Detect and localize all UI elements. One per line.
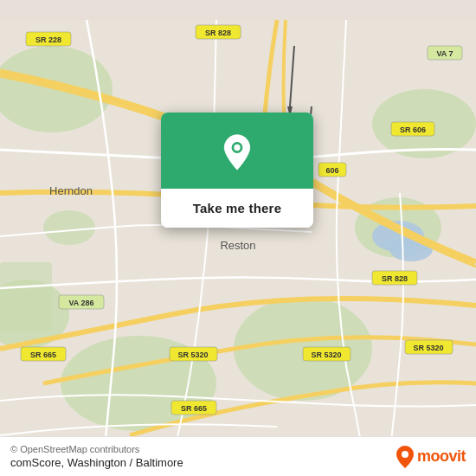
svg-text:SR 228: SR 228 [35, 35, 61, 44]
company-name: comScore [10, 456, 61, 469]
svg-text:VA 286: VA 286 [68, 299, 93, 307]
svg-text:Herndon: Herndon [49, 184, 93, 197]
location-name: Washington / Baltimore [68, 456, 183, 469]
popup-header [161, 113, 313, 189]
svg-text:SR 5320: SR 5320 [311, 351, 341, 359]
svg-text:SR 606: SR 606 [400, 125, 426, 134]
svg-text:SR 5320: SR 5320 [177, 351, 208, 359]
svg-point-42 [234, 145, 240, 151]
bottom-left: © OpenStreetMap contributors comScore, W… [10, 444, 183, 469]
location-pin-icon [218, 133, 256, 171]
moovit-logo: moovit [396, 445, 466, 469]
svg-text:SR 5320: SR 5320 [413, 344, 443, 352]
svg-text:Reston: Reston [220, 239, 255, 252]
map-container: SR 228 SR 828 VA 7 SR 606 606 SR 828 VA … [0, 0, 476, 476]
comscore-location: comScore, Washington / Baltimore [10, 456, 183, 469]
attribution-text: © OpenStreetMap contributors [10, 444, 183, 454]
bottom-bar: © OpenStreetMap contributors comScore, W… [0, 436, 476, 476]
svg-text:606: 606 [325, 166, 338, 175]
svg-text:SR 828: SR 828 [382, 274, 408, 283]
svg-text:SR 828: SR 828 [205, 29, 231, 37]
svg-text:SR 665: SR 665 [181, 404, 207, 413]
map-background: SR 228 SR 828 VA 7 SR 606 606 SR 828 VA … [0, 0, 476, 476]
svg-point-7 [43, 210, 95, 245]
popup-card: Take me there [161, 113, 313, 228]
svg-text:VA 7: VA 7 [436, 49, 453, 58]
moovit-pin-icon [396, 445, 415, 469]
take-me-there-button[interactable]: Take me there [161, 189, 313, 228]
svg-text:SR 665: SR 665 [30, 351, 56, 359]
moovit-text: moovit [417, 447, 466, 466]
svg-rect-8 [0, 262, 52, 331]
svg-point-43 [402, 451, 408, 458]
